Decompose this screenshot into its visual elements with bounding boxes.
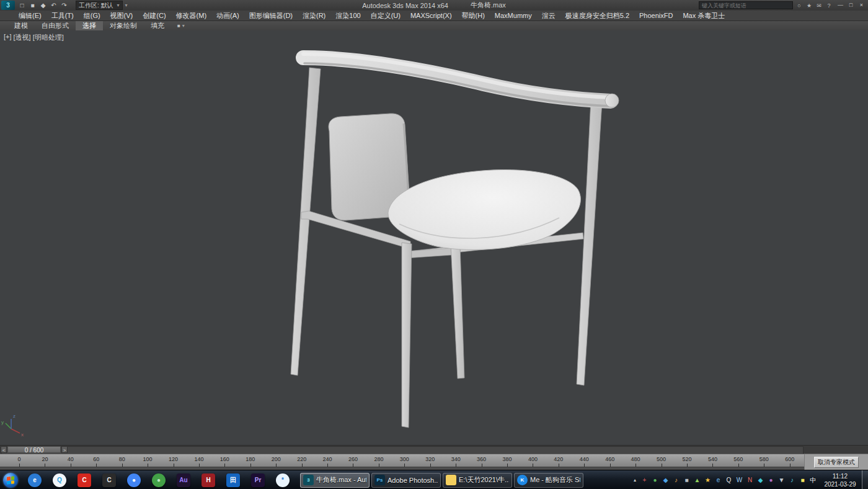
app-glyph: Pr bbox=[251, 473, 265, 487]
tray-icon[interactable]: N bbox=[745, 474, 755, 487]
chevron-down-icon[interactable]: ▾ bbox=[182, 23, 185, 29]
browser-icon[interactable]: e bbox=[22, 472, 47, 489]
menu-item[interactable]: 组(G) bbox=[79, 11, 105, 20]
ruler-tick: 40 bbox=[61, 454, 80, 467]
green-browser-icon[interactable]: ● bbox=[146, 472, 171, 489]
open-file-icon[interactable]: ■ bbox=[27, 2, 38, 9]
menu-item[interactable]: 自定义(U) bbox=[366, 11, 405, 20]
tray-icon[interactable]: + bbox=[639, 474, 650, 487]
dark-c-icon[interactable]: C bbox=[97, 472, 122, 489]
app-icon: K bbox=[517, 475, 528, 485]
redo-icon[interactable]: ↷ bbox=[59, 2, 69, 9]
search-icon[interactable]: ○ bbox=[794, 2, 804, 9]
start-button[interactable] bbox=[3, 473, 18, 488]
tiles-icon[interactable]: 田 bbox=[221, 472, 246, 489]
system-tray: ▴ +●◆♪■▲★eQWN◆●▼♪■中 11:12 2021-03-29 bbox=[631, 470, 868, 489]
menu-item[interactable]: 渲云 bbox=[537, 11, 560, 20]
menu-item[interactable]: 动画(A) bbox=[211, 11, 244, 20]
track-bar[interactable]: 0204060801001201401601802002202402602803… bbox=[0, 454, 804, 467]
menu-item[interactable]: MAXScript(X) bbox=[405, 12, 457, 19]
chrome-icon[interactable]: ● bbox=[122, 472, 146, 489]
ribbon-tab-modeling[interactable]: 建模 bbox=[7, 20, 35, 30]
premiere-icon[interactable]: Pr bbox=[246, 472, 270, 489]
help-icon[interactable]: ? bbox=[824, 2, 834, 9]
ribbon-tab-freeform[interactable]: 自由形式 bbox=[35, 20, 76, 30]
tray-icon[interactable]: e bbox=[713, 474, 724, 487]
chat-icon[interactable]: Q bbox=[47, 472, 72, 489]
menu-item[interactable]: 编辑(E) bbox=[14, 11, 46, 20]
tray-icon[interactable]: ▲ bbox=[692, 474, 702, 487]
tray-icon[interactable]: ● bbox=[650, 474, 660, 487]
tray-icon[interactable]: ♪ bbox=[671, 474, 681, 487]
menu-item[interactable]: 图形编辑器(D) bbox=[244, 11, 298, 20]
viewport[interactable]: [+] [透视] [明暗处理] bbox=[0, 30, 868, 445]
menu-item[interactable]: 渲染100 bbox=[330, 11, 365, 20]
menu-item[interactable]: 渲染(R) bbox=[298, 11, 330, 20]
menu-item[interactable]: 帮助(H) bbox=[457, 11, 490, 20]
ruler-tick: 280 bbox=[370, 454, 388, 467]
ribbon-tab-object-paint[interactable]: 对象绘制 bbox=[103, 20, 144, 30]
communication-icon[interactable]: ✉ bbox=[814, 2, 824, 9]
app-logo-icon[interactable]: 3 bbox=[1, 1, 15, 10]
ruler-tick: 380 bbox=[498, 454, 516, 467]
molecule-icon[interactable]: * bbox=[270, 472, 295, 489]
ruler-tick: 200 bbox=[267, 454, 285, 467]
undo-icon[interactable]: ↶ bbox=[48, 2, 59, 9]
menu-item[interactable]: 极速度身安全归档5.2 bbox=[560, 11, 634, 20]
new-scene-icon[interactable]: □ bbox=[17, 2, 27, 9]
red-app-icon[interactable]: H bbox=[196, 472, 221, 489]
tray-icon[interactable]: ■ bbox=[797, 474, 808, 487]
toolbar-overflow-caret-icon[interactable]: ▾ bbox=[125, 2, 128, 8]
menu-item[interactable]: 修改器(M) bbox=[171, 11, 212, 20]
tray-icon[interactable]: ■ bbox=[681, 474, 692, 487]
show-hidden-icons-button[interactable]: ▴ bbox=[631, 477, 639, 483]
app-glyph: C bbox=[102, 473, 116, 487]
quick-access-toolbar: □■◆↶↷ bbox=[17, 2, 69, 9]
taskbar-app-explorer[interactable]: E:\天竹2021\牛... bbox=[443, 473, 512, 488]
viewport-view-menu[interactable]: [透视] bbox=[14, 33, 31, 42]
app-label: Me - 酷狗音乐 St... bbox=[530, 475, 580, 485]
chair-model[interactable] bbox=[291, 54, 619, 428]
audition-icon[interactable]: Au bbox=[171, 472, 196, 489]
save-file-icon[interactable]: ◆ bbox=[38, 2, 48, 9]
cad-red-icon[interactable]: C bbox=[72, 472, 97, 489]
taskbar-app-kugou[interactable]: K Me - 酷狗音乐 St... bbox=[514, 473, 583, 488]
ribbon-tools-icon[interactable]: ■ bbox=[177, 23, 180, 29]
search-input[interactable] bbox=[699, 1, 793, 9]
cancel-expert-mode-button[interactable]: 取消专家模式 bbox=[814, 457, 859, 468]
ribbon-tab-selection[interactable]: 选择 bbox=[76, 20, 103, 30]
viewport-shading-menu[interactable]: [明暗处理] bbox=[33, 33, 64, 42]
taskbar-clock[interactable]: 11:12 2021-03-29 bbox=[820, 472, 860, 488]
tray-icon[interactable]: Q bbox=[724, 474, 734, 487]
time-slider-thumb[interactable]: 0 / 600 bbox=[7, 446, 61, 453]
viewport-menu-plus[interactable]: [+] bbox=[4, 33, 12, 42]
previous-frame-button[interactable]: < bbox=[1, 446, 7, 453]
menu-item[interactable]: 工具(T) bbox=[46, 11, 79, 20]
tray-icon[interactable]: W bbox=[734, 474, 745, 487]
menu-item[interactable]: MaxMummy bbox=[490, 12, 537, 19]
tray-icon[interactable]: ● bbox=[766, 474, 776, 487]
taskbar-app-3dsmax[interactable]: 3 牛角椅.max - Aut... bbox=[300, 473, 370, 488]
menu-item[interactable]: 视图(V) bbox=[105, 11, 138, 20]
taskbar-app-photoshop[interactable]: Ps Adobe Photosh... bbox=[371, 473, 441, 488]
tray-icon[interactable]: ★ bbox=[702, 474, 713, 487]
close-button[interactable]: × bbox=[856, 1, 867, 9]
show-desktop-button[interactable] bbox=[862, 470, 868, 489]
tray-icon[interactable]: ◆ bbox=[660, 474, 671, 487]
ribbon-tab-populate[interactable]: 填充 bbox=[144, 20, 171, 30]
tray-icon[interactable]: ♪ bbox=[787, 474, 797, 487]
menu-item[interactable]: PhoenixFD bbox=[634, 12, 678, 19]
tray-icon[interactable]: ◆ bbox=[755, 474, 766, 487]
ruler-tick: 20 bbox=[35, 454, 54, 467]
favorites-star-icon[interactable]: ★ bbox=[804, 2, 814, 9]
minimize-button[interactable]: — bbox=[835, 1, 846, 9]
menu-item[interactable]: Max 杀毒卫士 bbox=[678, 11, 730, 20]
maximize-button[interactable]: □ bbox=[846, 1, 856, 9]
tray-icon[interactable]: ▼ bbox=[776, 474, 787, 487]
next-frame-button[interactable]: > bbox=[61, 446, 68, 453]
ime-indicator[interactable]: 中 bbox=[808, 474, 818, 487]
workspace-dropdown[interactable]: 工作区: 默认 ▾ bbox=[76, 1, 123, 10]
ruler-tick: 400 bbox=[523, 454, 542, 467]
app-glyph: Au bbox=[177, 473, 190, 487]
menu-item[interactable]: 创建(C) bbox=[138, 11, 170, 20]
